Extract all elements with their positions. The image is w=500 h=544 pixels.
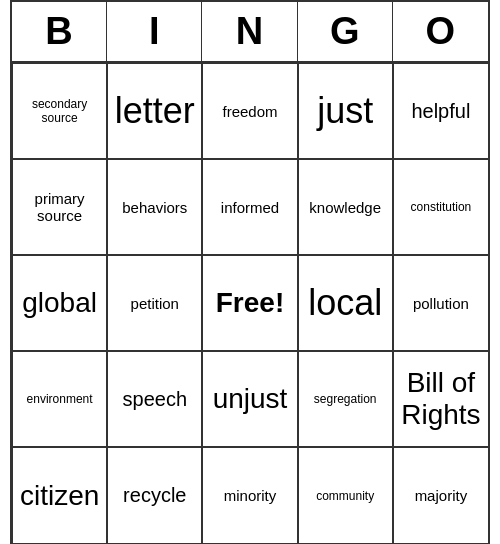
bingo-cell-14: pollution	[393, 255, 488, 351]
bingo-cell-13: local	[298, 255, 393, 351]
bingo-cell-6: behaviors	[107, 159, 202, 255]
bingo-cell-2: freedom	[202, 63, 297, 159]
bingo-card: BINGO secondary sourceletterfreedomjusth…	[10, 0, 490, 544]
header-letter: B	[12, 2, 107, 61]
bingo-cell-18: segregation	[298, 351, 393, 447]
bingo-cell-10: global	[12, 255, 107, 351]
header-letter: G	[298, 2, 393, 61]
bingo-cell-3: just	[298, 63, 393, 159]
bingo-cell-8: knowledge	[298, 159, 393, 255]
bingo-cell-17: unjust	[202, 351, 297, 447]
bingo-cell-15: environment	[12, 351, 107, 447]
bingo-cell-7: informed	[202, 159, 297, 255]
bingo-cell-22: minority	[202, 447, 297, 543]
bingo-cell-23: community	[298, 447, 393, 543]
bingo-cell-12: Free!	[202, 255, 297, 351]
header-letter: O	[393, 2, 488, 61]
bingo-cell-0: secondary source	[12, 63, 107, 159]
bingo-cell-19: Bill of Rights	[393, 351, 488, 447]
bingo-header: BINGO	[12, 2, 488, 63]
bingo-grid: secondary sourceletterfreedomjusthelpful…	[12, 63, 488, 543]
bingo-cell-21: recycle	[107, 447, 202, 543]
bingo-cell-5: primary source	[12, 159, 107, 255]
bingo-cell-1: letter	[107, 63, 202, 159]
bingo-cell-4: helpful	[393, 63, 488, 159]
header-letter: N	[202, 2, 297, 61]
bingo-cell-11: petition	[107, 255, 202, 351]
bingo-cell-16: speech	[107, 351, 202, 447]
bingo-cell-20: citizen	[12, 447, 107, 543]
bingo-cell-24: majority	[393, 447, 488, 543]
header-letter: I	[107, 2, 202, 61]
bingo-cell-9: constitution	[393, 159, 488, 255]
